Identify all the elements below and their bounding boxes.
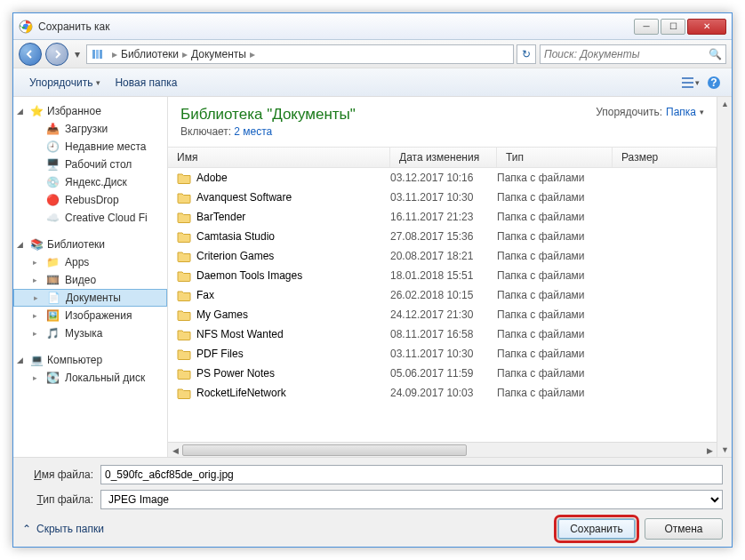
horizontal-scrollbar[interactable]: ◀ ▶ — [168, 442, 717, 457]
scroll-left-icon[interactable]: ◀ — [168, 443, 182, 457]
star-icon: ⭐ — [29, 104, 44, 118]
column-type[interactable]: Тип — [497, 148, 613, 167]
close-button[interactable]: ✕ — [687, 19, 726, 35]
minimize-button[interactable]: ─ — [634, 19, 659, 35]
breadcrumb[interactable]: ▸ Библиотеки ▸ Документы ▸ — [86, 44, 514, 64]
toolbar: Упорядочить▾ Новая папка ▾ ? — [13, 68, 732, 97]
svg-text:?: ? — [710, 76, 717, 89]
sidebar-libraries[interactable]: ◢📚Библиотеки — [13, 236, 167, 253]
downloads-icon: 📥 — [45, 122, 60, 136]
search-input[interactable] — [544, 48, 709, 60]
file-date: 26.02.2018 10:15 — [390, 289, 497, 301]
organize-button[interactable]: Упорядочить▾ — [22, 73, 108, 92]
sort-by[interactable]: Упорядочить: Папка ▾ — [596, 106, 704, 118]
svg-rect-7 — [682, 86, 693, 88]
scrollbar-thumb[interactable] — [182, 444, 467, 456]
file-row[interactable]: PS Power Notes05.06.2017 11:59Папка с фа… — [168, 364, 717, 383]
sidebar-item-video[interactable]: ▸🎞️Видео — [13, 271, 167, 289]
breadcrumb-documents[interactable]: Документы — [191, 48, 246, 60]
file-name: Criterion Games — [196, 250, 274, 262]
sidebar-item-pictures[interactable]: ▸🖼️Изображения — [13, 307, 167, 324]
sidebar-item-yandex[interactable]: 💿Яндекс.Диск — [13, 173, 167, 191]
sidebar-item-local-disk[interactable]: ▸💽Локальный диск — [13, 369, 167, 387]
filetype-select[interactable]: JPEG Image — [100, 490, 723, 509]
file-row[interactable]: Criterion Games20.08.2017 18:21Папка с ф… — [168, 246, 717, 266]
file-row[interactable]: PDF Files03.11.2017 10:30Папка с файлами — [168, 344, 717, 364]
file-row[interactable]: My Games24.12.2017 21:30Папка с файлами — [168, 305, 717, 324]
sidebar-item-recent[interactable]: 🕘Недавние места — [13, 138, 167, 156]
column-headers[interactable]: Имя Дата изменения Тип Размер — [168, 147, 717, 168]
column-size[interactable]: Размер — [613, 148, 717, 167]
history-dropdown[interactable]: ▾ — [72, 43, 83, 66]
breadcrumb-libraries[interactable]: Библиотеки — [121, 48, 179, 60]
file-type: Папка с файлами — [497, 172, 613, 184]
file-name: Camtasia Studio — [196, 230, 275, 243]
creative-cloud-icon: ☁️ — [45, 211, 60, 225]
file-row[interactable]: Adobe03.12.2017 10:16Папка с файлами — [168, 168, 717, 188]
save-button[interactable]: Сохранить — [557, 518, 636, 540]
scroll-right-icon[interactable]: ▶ — [702, 443, 717, 457]
titlebar[interactable]: Сохранить как ─ ☐ ✕ — [13, 13, 732, 40]
refresh-button[interactable]: ↻ — [517, 44, 536, 64]
chrome-icon — [19, 20, 33, 34]
file-row[interactable]: Camtasia Studio27.08.2017 15:36Папка с ф… — [168, 227, 717, 246]
file-row[interactable]: NFS Most Wanted08.11.2017 16:58Папка с ф… — [168, 324, 717, 344]
folder-icon — [177, 386, 191, 400]
file-name: My Games — [196, 308, 248, 321]
filename-label: Имя файла: — [22, 468, 93, 481]
library-icon: 📚 — [29, 237, 44, 252]
save-dialog: Сохранить как ─ ☐ ✕ ▾ ▸ Библиотеки ▸ Док… — [12, 12, 733, 548]
svg-rect-6 — [682, 82, 693, 84]
navigation-pane[interactable]: ◢⭐Избранное 📥Загрузки 🕘Недавние места 🖥️… — [13, 97, 168, 457]
help-button[interactable]: ? — [705, 74, 723, 92]
sidebar-item-music[interactable]: ▸🎵Музыка — [13, 324, 167, 342]
cancel-button[interactable]: Отмена — [645, 518, 723, 540]
music-icon: 🎵 — [45, 326, 60, 340]
sidebar-item-documents[interactable]: ▸📄Документы — [13, 289, 167, 307]
file-row[interactable]: RocketLifeNetwork24.09.2017 10:03Папка с… — [168, 383, 717, 403]
column-date[interactable]: Дата изменения — [390, 148, 497, 167]
hide-folders-button[interactable]: ⌃ Скрыть папки — [22, 523, 104, 535]
footer: Имя файла: Тип файла: JPEG Image ⌃ Скрыт… — [13, 457, 732, 547]
file-type: Папка с файлами — [497, 387, 613, 399]
file-name: PDF Files — [196, 348, 244, 360]
sidebar-item-rebusdrop[interactable]: 🔴RebusDrop — [13, 191, 167, 209]
chevron-right-icon: ▸ — [112, 48, 117, 60]
sidebar-computer[interactable]: ◢💻Компьютер — [13, 351, 167, 369]
back-button[interactable] — [19, 43, 42, 66]
scroll-up-icon[interactable]: ▲ — [717, 97, 732, 111]
sidebar-item-desktop[interactable]: 🖥️Рабочий стол — [13, 156, 167, 173]
file-date: 20.08.2017 18:21 — [390, 250, 497, 262]
view-options-button[interactable]: ▾ — [682, 74, 700, 92]
file-row[interactable]: Daemon Tools Images18.01.2018 15:51Папка… — [168, 266, 717, 285]
pictures-icon: 🖼️ — [45, 308, 60, 323]
filename-input[interactable] — [100, 465, 723, 484]
scroll-down-icon[interactable]: ▼ — [717, 443, 732, 457]
new-folder-button[interactable]: Новая папка — [108, 73, 184, 92]
svg-rect-2 — [92, 50, 95, 59]
vertical-scrollbar[interactable]: ▲ ▼ — [717, 97, 732, 457]
yandex-icon: 💿 — [45, 175, 60, 189]
folder-icon — [177, 229, 191, 244]
sidebar-item-downloads[interactable]: 📥Загрузки — [13, 120, 167, 138]
file-type: Папка с файлами — [497, 269, 613, 282]
forward-button[interactable] — [45, 43, 68, 66]
file-name: PS Power Notes — [196, 367, 275, 380]
file-date: 05.06.2017 11:59 — [390, 367, 497, 380]
includes-link[interactable]: 2 места — [234, 125, 272, 138]
sidebar-item-creative-cloud[interactable]: ☁️Creative Cloud Fi — [13, 209, 167, 227]
filetype-label: Тип файла: — [22, 493, 93, 506]
file-row[interactable]: Fax26.02.2018 10:15Папка с файлами — [168, 285, 717, 305]
search-box[interactable]: 🔍 — [540, 44, 726, 64]
file-row[interactable]: BarTender16.11.2017 21:23Папка с файлами — [168, 207, 717, 227]
file-row[interactable]: Avanquest Software03.11.2017 10:30Папка … — [168, 188, 717, 207]
folder-icon — [177, 249, 191, 263]
maximize-button[interactable]: ☐ — [661, 19, 685, 35]
documents-icon: 📄 — [46, 291, 60, 305]
column-name[interactable]: Имя — [168, 148, 390, 167]
sidebar-item-apps[interactable]: ▸📁Apps — [13, 253, 167, 271]
file-list[interactable]: Adobe03.12.2017 10:16Папка с файламиAvan… — [168, 168, 717, 442]
folder-icon — [177, 171, 191, 185]
sidebar-favorites[interactable]: ◢⭐Избранное — [13, 102, 167, 120]
file-date: 16.11.2017 21:23 — [390, 211, 497, 223]
